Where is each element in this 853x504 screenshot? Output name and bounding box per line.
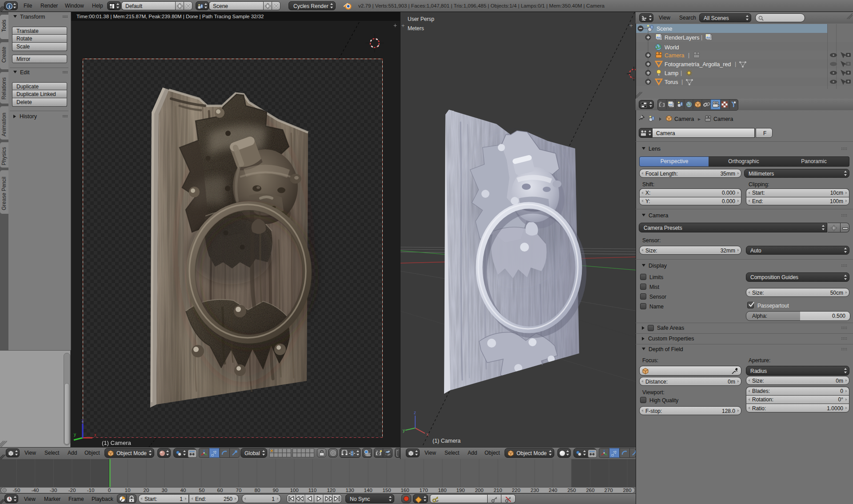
svg-text:|: | [735,61,736,67]
svg-text:|: | [701,34,702,40]
svg-text:280: 280 [623,488,631,493]
svg-text:Camera: Camera [665,52,685,59]
svg-text:Torus: Torus [665,79,678,85]
svg-text:70: 70 [236,488,242,493]
svg-text:30: 30 [162,488,168,493]
svg-text:z: z [414,410,416,415]
svg-text:|: | [681,70,682,76]
svg-text:-20: -20 [68,488,76,493]
svg-text:-30: -30 [50,488,57,493]
svg-text:60: 60 [217,488,223,493]
svg-text:(1) Camera: (1) Camera [102,440,132,446]
svg-text:50: 50 [199,488,205,493]
svg-text:170: 170 [419,488,428,493]
svg-text:270: 270 [604,488,613,493]
svg-text:210: 210 [493,488,502,493]
svg-text:+: + [393,22,397,29]
svg-text:190: 190 [456,488,465,493]
svg-text:20: 20 [144,488,149,493]
svg-text:Fotogrametría_Argolla_red: Fotogrametría_Argolla_red [665,61,731,68]
svg-text:y: y [74,432,76,437]
svg-text:Scene: Scene [657,26,672,32]
svg-text:|: | [688,52,689,58]
svg-text:z: z [81,418,84,423]
svg-text:x: x [94,432,96,437]
svg-text:Meters: Meters [408,25,424,32]
svg-text:90: 90 [273,488,279,493]
svg-text:y: y [403,428,405,433]
svg-text:240: 240 [549,488,557,493]
svg-text:140: 140 [364,488,372,493]
svg-text:150: 150 [382,488,391,493]
svg-text:User Persp: User Persp [408,16,434,22]
svg-text:+: + [401,22,405,29]
svg-text:|: | [681,79,683,85]
svg-text:230: 230 [530,488,539,493]
svg-text:10: 10 [125,488,131,493]
svg-text:260: 260 [586,488,594,493]
svg-text:x: x [426,432,429,437]
svg-text:Lamp: Lamp [665,70,678,76]
svg-text:200: 200 [475,488,483,493]
svg-text:40: 40 [180,488,186,493]
svg-text:-40: -40 [32,488,39,493]
svg-text:▸: ▸ [698,116,701,122]
svg-text:RenderLayers: RenderLayers [665,35,700,41]
svg-text:160: 160 [400,488,409,493]
svg-text:120: 120 [327,488,335,493]
svg-text:Camera: Camera [713,116,733,122]
svg-text:130: 130 [345,488,354,493]
svg-text:0: 0 [108,488,111,493]
svg-text:-10: -10 [87,488,95,493]
svg-text:World: World [665,44,679,51]
svg-text:i: i [8,4,10,9]
svg-text:100: 100 [290,488,298,493]
svg-text:180: 180 [438,488,446,493]
svg-text:(1) Camera: (1) Camera [433,438,461,444]
svg-text:-50: -50 [13,488,20,493]
svg-text:+: + [629,22,633,29]
svg-text:Camera: Camera [674,116,694,122]
svg-text:110: 110 [308,488,316,493]
svg-text:220: 220 [512,488,520,493]
svg-text:250: 250 [567,488,576,493]
svg-text:80: 80 [255,488,260,493]
